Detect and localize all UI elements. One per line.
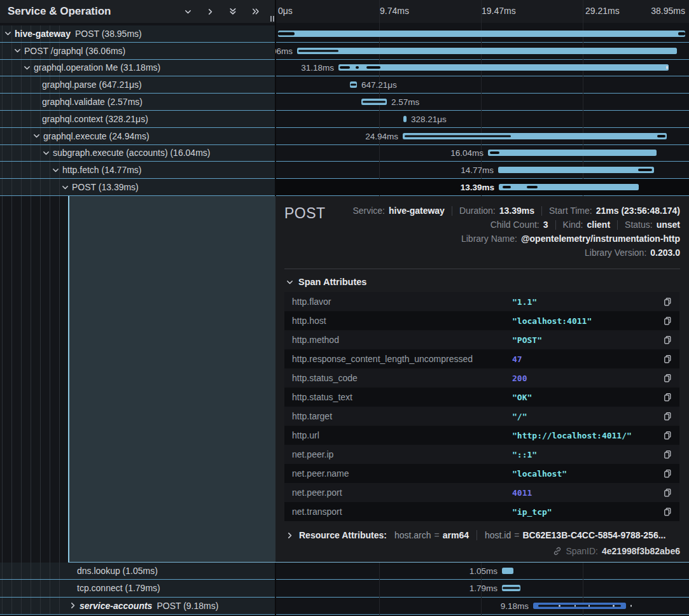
- span-row-tcp-connect-timeline-cell[interactable]: 1.79ms: [275, 580, 689, 596]
- meta-separator: [555, 220, 556, 230]
- span-row-graphql-execute[interactable]: graphql.execute (24.94ms)24.94ms: [0, 128, 689, 145]
- span-bar[interactable]: [498, 167, 654, 173]
- span-row-subgraph-execute-timeline-cell[interactable]: 16.04ms: [275, 145, 689, 162]
- span-row-graphql-validate[interactable]: graphql.validate (2.57ms)2.57ms: [0, 94, 689, 111]
- span-row-hive-gateway-post[interactable]: hive-gatewayPOST (38.95ms): [0, 25, 689, 43]
- span-self-time-mark: [657, 135, 665, 137]
- copy-icon[interactable]: [663, 412, 679, 421]
- chevron-down-icon[interactable]: [23, 64, 31, 72]
- copy-icon[interactable]: [663, 431, 679, 440]
- span-row-graphql-execute-timeline-cell[interactable]: 24.94ms: [275, 128, 689, 144]
- copy-icon[interactable]: [663, 488, 679, 498]
- span-row-dns-lookup-label-cell[interactable]: dns.lookup (1.05ms): [0, 563, 275, 579]
- copy-icon[interactable]: [663, 507, 679, 517]
- span-bar[interactable]: [338, 64, 669, 71]
- chevron-down-icon[interactable]: [32, 132, 41, 140]
- span-row-post-selected-label-cell[interactable]: POST (13.39ms): [0, 179, 275, 195]
- attribute-key: http.host: [284, 316, 512, 326]
- expand-all-icon[interactable]: [251, 7, 260, 16]
- span-row-http-fetch-label-cell[interactable]: http.fetch (14.77ms): [0, 162, 275, 178]
- span-row-service-accounts-post[interactable]: service-accountsPOST (9.18ms)9.18ms: [0, 598, 689, 615]
- header: Service & Operation 0μs9.74ms19.47ms29.2…: [0, 0, 689, 25]
- span-row-graphql-parse[interactable]: graphql.parse (647.21μs)647.21μs: [0, 76, 689, 94]
- chevron-down-icon[interactable]: [4, 29, 12, 38]
- span-row-graphql-context[interactable]: graphql.context (328.21μs)328.21μs: [0, 111, 689, 128]
- meta-label: Library Name:: [461, 234, 517, 244]
- span-row-service-accounts-post-label-cell[interactable]: service-accountsPOST (9.18ms): [0, 598, 275, 614]
- span-row-hive-gateway-post-label-cell[interactable]: hive-gatewayPOST (38.95ms): [0, 25, 275, 42]
- span-row-graphql-execute-label-cell[interactable]: graphql.execute (24.94ms): [0, 128, 275, 144]
- span-row-dns-lookup-timeline-cell[interactable]: 1.05ms: [275, 563, 689, 579]
- chevron-right-icon[interactable]: [69, 601, 77, 610]
- copy-icon[interactable]: [663, 393, 679, 402]
- copy-icon[interactable]: [663, 450, 679, 459]
- chevron-down-icon[interactable]: [42, 149, 50, 157]
- resource-attributes-title: Resource Attributes:: [299, 530, 387, 540]
- meta-separator: [617, 220, 618, 230]
- span-duration-label: 2.57ms: [391, 97, 419, 107]
- span-row-service-accounts-post-timeline-cell[interactable]: 9.18ms: [275, 598, 689, 614]
- copy-icon[interactable]: [663, 316, 679, 326]
- span-bar[interactable]: [297, 48, 677, 54]
- span-attributes-header[interactable]: Span Attributes: [286, 277, 680, 287]
- span-row-subgraph-execute[interactable]: subgraph.execute (accounts) (16.04ms)16.…: [0, 145, 689, 162]
- span-row-post-graphql-timeline-cell[interactable]: 36.06ms: [275, 43, 689, 59]
- chevron-down-icon[interactable]: [52, 166, 60, 174]
- collapse-one-icon[interactable]: [184, 8, 192, 16]
- link-icon[interactable]: [553, 547, 562, 556]
- attribute-key: http.status_code: [284, 373, 512, 383]
- span-row-post-selected-timeline-cell[interactable]: 13.39ms: [275, 179, 689, 195]
- span-row-graphql-context-label-cell[interactable]: graphql.context (328.21μs): [0, 111, 275, 127]
- span-row-post-graphql[interactable]: POST /graphql (36.06ms)36.06ms: [0, 43, 689, 60]
- span-bar[interactable]: [278, 31, 685, 37]
- meta-value: client: [587, 220, 610, 230]
- span-row-graphql-context-timeline-cell[interactable]: 328.21μs: [275, 111, 689, 127]
- span-attributes-title: Span Attributes: [298, 277, 366, 287]
- span-row-http-fetch-timeline-cell[interactable]: 14.77ms: [275, 162, 689, 178]
- span-row-graphql-operation-label-cell[interactable]: graphql.operation Me (31.18ms): [0, 60, 275, 76]
- span-bar[interactable]: [403, 116, 407, 122]
- copy-icon[interactable]: [663, 374, 679, 383]
- span-row-graphql-parse-label-cell[interactable]: graphql.parse (647.21μs): [0, 76, 275, 93]
- span-row-post-selected[interactable]: POST (13.39ms)13.39ms: [0, 179, 689, 196]
- span-row-graphql-parse-timeline-cell[interactable]: 647.21μs: [275, 76, 689, 93]
- resource-attributes-row[interactable]: Resource Attributes:host.arch=arm64host.…: [284, 530, 680, 540]
- span-row-hive-gateway-post-timeline-cell[interactable]: [275, 25, 689, 42]
- span-row-subgraph-execute-label-cell[interactable]: subgraph.execute (accounts) (16.04ms): [0, 145, 275, 162]
- span-row-tcp-connect-label-cell[interactable]: tcp.connect (1.79ms): [0, 580, 275, 596]
- span-bar[interactable]: [502, 568, 513, 574]
- service-name: hive-gateway: [15, 29, 71, 39]
- span-row-graphql-operation-timeline-cell[interactable]: 31.18ms: [275, 60, 689, 76]
- span-row-tcp-connect[interactable]: tcp.connect (1.79ms)1.79ms: [0, 580, 689, 597]
- span-bar[interactable]: [488, 150, 657, 156]
- span-bar[interactable]: [499, 184, 639, 190]
- meta-label: Service:: [352, 206, 385, 216]
- copy-icon[interactable]: [663, 354, 679, 364]
- attribute-key: net.transport: [284, 507, 512, 517]
- span-event-mark: [666, 66, 668, 69]
- detail-content: POST Service:hive-gatewayDuration:13.39m…: [275, 196, 689, 563]
- attribute-row-http.response_content_length_uncompressed: http.response_content_length_uncompresse…: [284, 349, 679, 368]
- attribute-value: "ip_tcp": [512, 507, 663, 517]
- chevron-down-icon[interactable]: [61, 183, 69, 192]
- copy-icon[interactable]: [663, 335, 679, 345]
- copy-icon[interactable]: [663, 469, 679, 479]
- span-row-dns-lookup[interactable]: dns.lookup (1.05ms)1.05ms: [0, 563, 689, 580]
- collapse-all-icon[interactable]: [228, 7, 237, 16]
- span-row-graphql-validate-timeline-cell[interactable]: 2.57ms: [275, 94, 689, 110]
- trace-viewer: Service & Operation 0μs9.74ms19.47ms29.2…: [0, 0, 689, 616]
- chevron-down-icon[interactable]: [13, 46, 22, 55]
- span-row-graphql-validate-label-cell[interactable]: graphql.validate (2.57ms): [0, 94, 275, 110]
- attribute-value: "/": [512, 412, 663, 421]
- column-resizer-handle[interactable]: [270, 16, 274, 22]
- operation-label: POST (13.39ms): [72, 182, 139, 192]
- chevron-right-icon[interactable]: [286, 531, 294, 540]
- expand-one-icon[interactable]: [206, 8, 214, 16]
- attribute-value: "OK": [512, 393, 663, 402]
- span-row-graphql-operation[interactable]: graphql.operation Me (31.18ms)31.18ms: [0, 60, 689, 77]
- service-operation-header: Service & Operation: [0, 0, 275, 23]
- span-meta-line: Service:hive-gatewayDuration:13.39msStar…: [326, 204, 680, 218]
- copy-icon[interactable]: [663, 297, 679, 307]
- span-row-post-graphql-label-cell[interactable]: POST /graphql (36.06ms): [0, 43, 275, 59]
- span-row-http-fetch[interactable]: http.fetch (14.77ms)14.77ms: [0, 162, 689, 179]
